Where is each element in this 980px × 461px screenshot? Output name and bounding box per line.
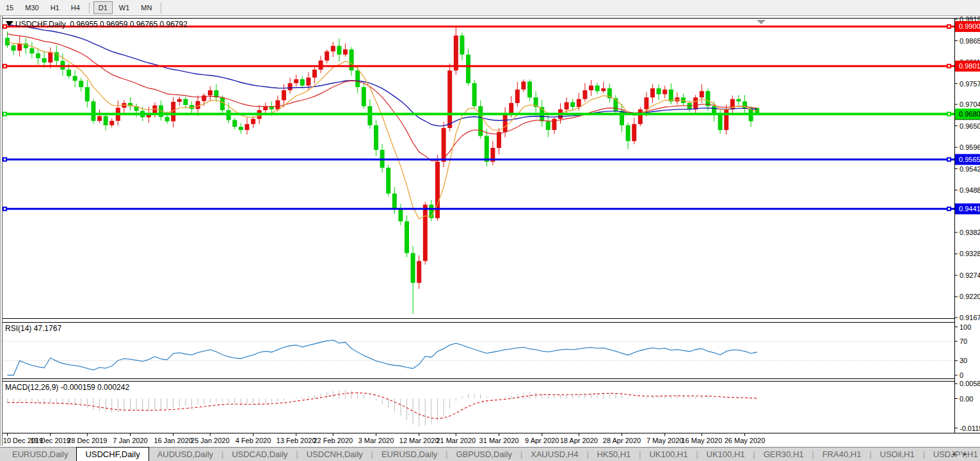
rsi-axis-label: 100 (960, 323, 971, 331)
toolbar-separator (89, 3, 90, 13)
timeframe-button-m30[interactable]: M30 (20, 1, 44, 14)
candle-body (325, 51, 329, 60)
candle-body (693, 97, 698, 109)
price-axis-label: 0.96505 (960, 122, 980, 130)
tabs-scroll-left-icon[interactable]: ◂ (952, 450, 964, 457)
candle-body (527, 81, 532, 97)
timeframe-button-15[interactable]: 15 (1, 1, 19, 14)
candle-body (12, 45, 16, 51)
tab-uk100-h1[interactable]: UK100,H1 (641, 448, 696, 461)
candle-body (36, 53, 40, 58)
tab-fra40-h1[interactable]: FRA40,H1 (814, 448, 870, 461)
price-axis-label: 0.97045 (960, 101, 980, 108)
tab-hk50-h1[interactable]: HK50,H1 (589, 448, 639, 461)
candle-body (521, 81, 526, 89)
candle-body (177, 99, 182, 102)
date-axis-label: 13 Feb 2020 (277, 437, 316, 444)
candle-body (509, 103, 513, 114)
price-axis-label: 0.95425 (960, 165, 980, 173)
tab-eurusd-daily[interactable]: EURUSD,Daily (4, 448, 76, 461)
tab-gbpusd-daily[interactable]: GBPUSD,Daily (447, 448, 520, 461)
candle-body (300, 79, 305, 86)
date-axis-label: 25 Jan 2020 (191, 437, 230, 444)
price-axis-label: 0.92200 (960, 293, 980, 300)
candle-body (718, 115, 723, 130)
chart-symbol-label: USDCHF,Daily (15, 20, 66, 29)
tabs-scroll-right-icon[interactable]: ▸ (964, 450, 976, 457)
candle-body (626, 125, 631, 142)
candle-body (724, 109, 728, 130)
rsi-axis-label: 0 (960, 371, 963, 379)
tab-xauusd-h4[interactable]: XAUUSD,H4 (522, 448, 586, 461)
tab-audusd-daily[interactable]: AUDUSD,Daily (149, 448, 221, 461)
symbol-tab-bar: EURUSD,DailyUSDCHF,DailyAUDUSD,Daily|USD… (0, 447, 980, 461)
candle-body (17, 44, 22, 51)
candle-body (546, 121, 550, 130)
ma-mid-line (8, 34, 757, 161)
rsi-indicator-label: RSI(14) 47.1767 (5, 324, 61, 333)
candle-body (663, 90, 667, 94)
price-axis-label: 0.93280 (960, 250, 980, 257)
macd-axis-label: 0.00 (960, 395, 973, 403)
candle-body (208, 90, 213, 95)
candle-body (331, 46, 335, 52)
candle-body (306, 77, 310, 85)
date-axis-label: 9 Apr 2020 (525, 437, 559, 444)
candle-body (337, 46, 341, 55)
candle-body (485, 136, 489, 161)
horizontal-line-object[interactable] (3, 65, 954, 67)
price-level-badge-label: 0.96803 (959, 110, 980, 118)
candle-body (349, 49, 354, 70)
candle-body (165, 117, 170, 122)
candle-body (312, 70, 317, 77)
rsi-line (8, 340, 757, 375)
candle-body (355, 70, 360, 87)
tab-ger30-h1[interactable]: GER30,H1 (755, 448, 812, 461)
tab-usdcnh-daily[interactable]: USDCNH,Daily (298, 448, 371, 461)
shift-marker-icon (757, 20, 766, 24)
date-axis-label: 21 Mar 2020 (436, 437, 476, 444)
candle-body (294, 79, 298, 83)
date-axis-label: 26 May 2020 (725, 437, 766, 444)
timeframe-button-d1[interactable]: D1 (93, 1, 113, 14)
candle-body (79, 81, 83, 87)
line-handle-center (4, 113, 6, 115)
candle-body (736, 99, 741, 102)
macd-axis-label: -0.011514 (960, 425, 980, 432)
horizontal-line-object[interactable] (3, 208, 954, 210)
chart-surface[interactable]: 0.991900.986500.981100.975700.970450.965… (0, 16, 980, 461)
candle-body (411, 253, 415, 283)
candle-body (669, 90, 673, 102)
candle-body (405, 222, 409, 254)
candle-body (644, 97, 648, 109)
date-axis-label: 4 Feb 2020 (236, 437, 271, 444)
candle-body (97, 116, 102, 120)
timeframe-button-w1[interactable]: W1 (114, 1, 135, 14)
candle-body (48, 53, 52, 63)
candle-body (638, 109, 643, 124)
toolbar-separator (161, 3, 161, 13)
candle-body (589, 86, 593, 90)
tab-uk100-h1[interactable]: UK100,H1 (698, 448, 753, 461)
tab-usdchf-daily[interactable]: USDCHF,Daily (76, 447, 149, 461)
price-level-badge-label: 0.98010 (959, 62, 980, 70)
candle-body (275, 101, 280, 109)
tab-usdcad-daily[interactable]: USDCAD,Daily (223, 448, 296, 461)
candle-body (245, 124, 249, 130)
candle-body (417, 261, 421, 283)
price-axis-label: 0.93820 (960, 229, 980, 236)
chart-ohlc-values: 0.96955 0.96959 0.96765 0.96792 (70, 20, 188, 29)
timeframe-button-mn[interactable]: MN (136, 1, 157, 14)
candle-body (386, 168, 390, 193)
price-axis-label: 0.91675 (960, 314, 980, 321)
candle-body (447, 70, 452, 128)
line-handle-center (4, 65, 6, 67)
tab-eurusd-daily[interactable]: EURUSD,Daily (373, 448, 446, 461)
tab-usoil-h1[interactable]: USOil,H1 (872, 448, 923, 461)
timeframe-button-h1[interactable]: H1 (45, 1, 65, 14)
timeframe-button-h4[interactable]: H4 (66, 1, 85, 14)
horizontal-line-object[interactable] (3, 113, 954, 115)
candle-body (705, 91, 710, 106)
candle-body (85, 87, 90, 101)
horizontal-line-object[interactable] (3, 159, 954, 161)
